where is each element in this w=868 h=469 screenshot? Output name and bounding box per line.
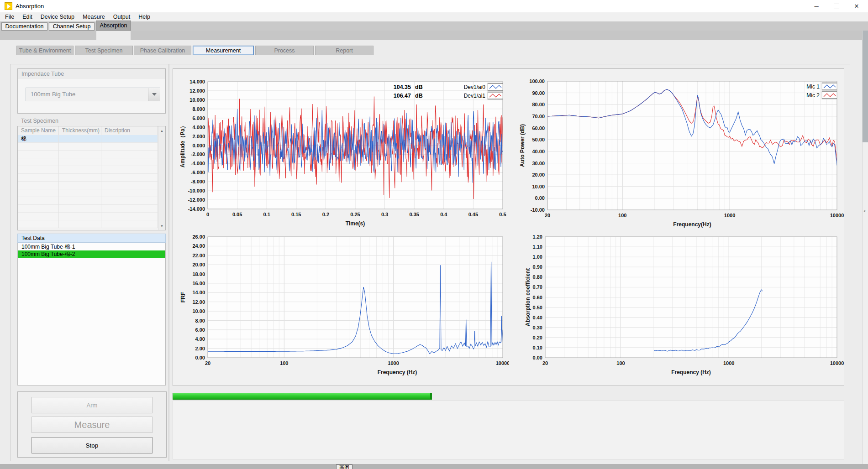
test-data-list: 100mm Big Tube-棉-1100mm Big Tube-棉-2 [17,243,166,386]
svg-text:0.60: 0.60 [533,295,542,300]
legend-item-dev1-ai1[interactable]: Dev1/ai1 [464,92,503,99]
svg-text:4.000: 4.000 [192,125,205,130]
tab-absorption[interactable]: Absorption [96,21,131,31]
tab-channel-setup[interactable]: Channel Setup [49,22,95,31]
svg-text:0.30: 0.30 [533,325,542,330]
svg-text:90.00: 90.00 [532,90,545,96]
menu-item-device-setup[interactable]: Device Setup [37,12,79,21]
subtab-measurement[interactable]: Measurement [193,46,254,55]
svg-text:106.47: 106.47 [394,93,411,99]
table-row[interactable] [18,182,165,189]
table-cell [59,135,101,143]
table-cell [59,182,101,189]
subtab-tube-environment[interactable]: Tube & Environment [16,46,74,55]
table-row[interactable] [18,220,165,228]
svg-text:0: 0 [206,212,209,217]
subtab-phase-calibration[interactable]: Phase Calibration [134,46,191,55]
table-cell [59,158,101,166]
table-cell [101,135,158,143]
legend-item-mic-1[interactable]: Mic 1 [806,83,837,90]
table-cell [18,220,59,228]
table-scrollbar[interactable]: ▲ ▼ [158,126,165,230]
table-cell [18,189,59,197]
menu-item-help[interactable]: Help [134,12,154,21]
svg-text:-4.000: -4.000 [191,161,205,166]
svg-text:20: 20 [545,213,550,218]
svg-text:-10.000: -10.000 [188,188,205,193]
svg-text:Time(s): Time(s) [346,220,365,227]
measurement-buttons-box: Arm Measure Stop [17,391,167,458]
table-row[interactable] [18,189,165,197]
impedance-tube-section: Impendace Tube 100mm Big Tube [17,68,166,114]
maximize-icon [834,4,839,9]
table-row[interactable] [18,197,165,205]
bottom-tab[interactable]: 画图 [336,464,352,469]
close-button[interactable]: ✕ [847,0,867,12]
table-cell [59,205,101,213]
test-data-item[interactable]: 100mm Big Tube-棉-2 [18,250,165,258]
svg-text:Frequency (Hz): Frequency (Hz) [378,369,417,375]
svg-text:0.000: 0.000 [192,143,205,148]
legend-item-dev1-ai0[interactable]: Dev1/ai0 [464,83,503,91]
test-data-item[interactable]: 100mm Big Tube-棉-1 [18,243,165,250]
table-row[interactable] [18,174,165,182]
svg-text:20: 20 [205,360,210,366]
arm-button[interactable]: Arm [32,397,153,413]
subtab-process[interactable]: Process [255,46,314,55]
svg-text:10.00: 10.00 [532,184,545,189]
stop-button[interactable]: Stop [32,437,153,453]
impedance-tube-header: Impendace Tube [18,69,165,79]
lower-panel [173,401,844,459]
svg-text:0.00: 0.00 [535,195,545,201]
table-row[interactable]: 棉 [18,135,165,143]
svg-text:24.00: 24.00 [192,243,205,249]
svg-text:0.3: 0.3 [381,212,388,217]
svg-text:1.20: 1.20 [533,234,542,240]
menu-item-measure[interactable]: Measure [79,12,109,21]
table-cell [59,213,101,220]
table-cell [59,197,101,205]
scroll-down-icon[interactable]: ▼ [158,223,165,229]
table-row[interactable] [18,143,165,151]
menu-item-output[interactable]: Output [109,12,135,21]
svg-text:0.25: 0.25 [350,212,360,217]
subtab-report[interactable]: Report [315,46,374,55]
main-tab-strip: DocumentationChannel SetupAbsorption [0,21,868,31]
svg-text:12.000: 12.000 [189,88,205,94]
table-cell [18,158,59,166]
collapse-left-icon[interactable]: < [863,209,866,213]
svg-text:0.45: 0.45 [468,212,478,217]
menu-item-file[interactable]: File [1,12,18,21]
table-row[interactable] [18,213,165,220]
dropdown-button[interactable] [148,88,160,101]
measure-button[interactable]: Measure [32,417,153,433]
scrollbar-thumb[interactable] [863,31,868,142]
subtab-test-specimen[interactable]: Test Specimen [75,46,133,55]
table-row[interactable] [18,151,165,158]
table-cell [18,174,59,182]
table-row[interactable] [18,158,165,166]
svg-text:0.00: 0.00 [533,355,542,360]
svg-text:30.00: 30.00 [532,161,545,166]
svg-text:0.50: 0.50 [533,305,542,310]
legend-item-mic-2[interactable]: Mic 2 [806,91,837,99]
svg-text:50.00: 50.00 [532,137,545,142]
minimize-button[interactable]: ─ [806,0,826,12]
vertical-scrollbar[interactable]: < [862,31,868,464]
tab-documentation[interactable]: Documentation [1,22,47,31]
svg-text:Auto Power (dB): Auto Power (dB) [519,124,526,167]
svg-text:10.000: 10.000 [189,97,205,103]
title-bar: Absorption ─ ✕ [0,0,868,12]
menu-bar: FileEditDevice SetupMeasureOutputHelp [0,12,868,21]
table-row[interactable] [18,166,165,174]
table-cell: 棉 [18,135,59,143]
svg-text:100.00: 100.00 [529,78,545,84]
test-specimen-table: Sample NameThickness(mm)Discription 棉 ▲ … [17,126,166,230]
menu-item-edit[interactable]: Edit [18,12,37,21]
svg-text:-14.000: -14.000 [188,206,205,212]
tube-select-dropdown[interactable]: 100mm Big Tube [26,88,160,101]
maximize-button[interactable] [826,0,847,12]
table-row[interactable] [18,205,165,213]
svg-text:0.40: 0.40 [533,315,542,320]
scroll-up-icon[interactable]: ▲ [158,127,165,134]
